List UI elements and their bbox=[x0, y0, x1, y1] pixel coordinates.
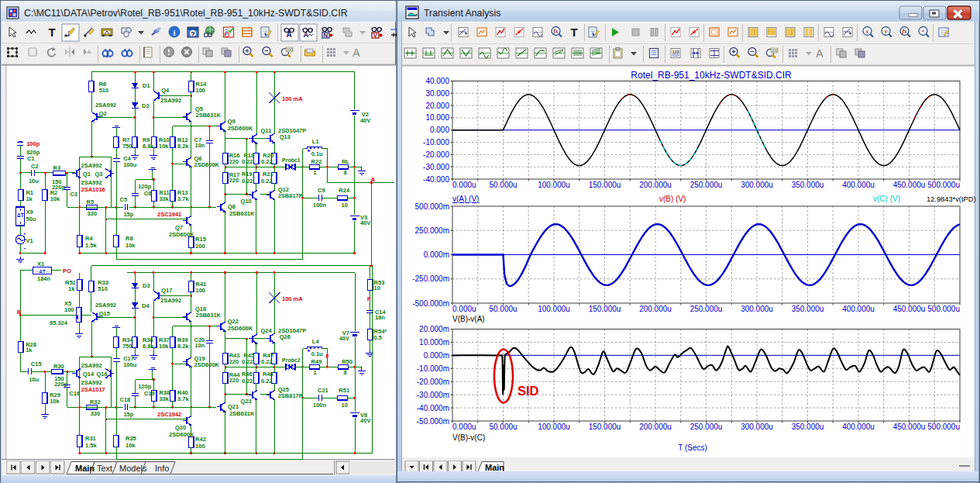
svg-text:R47: R47 bbox=[263, 352, 273, 359]
svg-text:T: T bbox=[48, 26, 55, 39]
svg-text:→ΔT→: →ΔT→ bbox=[35, 269, 50, 274]
svg-text:2SB817P: 2SB817P bbox=[278, 392, 303, 399]
svg-text:Q7: Q7 bbox=[175, 224, 183, 231]
svg-text:?: ? bbox=[191, 30, 195, 38]
svg-text:C5: C5 bbox=[120, 196, 128, 203]
svg-text:2SD600K: 2SD600K bbox=[169, 431, 194, 438]
svg-text:750: 750 bbox=[122, 343, 132, 350]
svg-text:100: 100 bbox=[64, 306, 74, 313]
svg-text:+: + bbox=[23, 231, 26, 236]
svg-text:Q23: Q23 bbox=[241, 398, 252, 405]
svg-text:8.2k: 8.2k bbox=[177, 143, 189, 150]
svg-text:R3: R3 bbox=[53, 164, 61, 171]
svg-text:10k: 10k bbox=[50, 195, 60, 202]
svg-text:T (Secs): T (Secs) bbox=[678, 443, 707, 452]
svg-text:C18: C18 bbox=[120, 396, 131, 403]
svg-text:Q24: Q24 bbox=[261, 327, 273, 334]
svg-text:Q13: Q13 bbox=[280, 133, 291, 140]
svg-text:8.2k: 8.2k bbox=[177, 343, 189, 350]
svg-text:123: 123 bbox=[672, 50, 679, 54]
svg-text:R51: R51 bbox=[339, 387, 349, 394]
svg-text:A: A bbox=[304, 30, 309, 39]
svg-text:R50: R50 bbox=[342, 358, 352, 365]
svg-text:33k: 33k bbox=[159, 395, 169, 402]
svg-text:D2: D2 bbox=[142, 102, 150, 109]
svg-text:Q26: Q26 bbox=[280, 333, 291, 340]
svg-text:Q10: Q10 bbox=[241, 198, 252, 205]
svg-text:50.000u: 50.000u bbox=[489, 305, 517, 313]
svg-text:A: A bbox=[816, 47, 824, 60]
svg-text:120p: 120p bbox=[138, 383, 152, 390]
svg-text:10.000: 10.000 bbox=[425, 113, 449, 122]
svg-text:C21: C21 bbox=[318, 387, 328, 394]
svg-text:2SD600K: 2SD600K bbox=[194, 161, 220, 168]
svg-text:250.000u: 250.000u bbox=[690, 305, 723, 313]
svg-text:400.000u: 400.000u bbox=[842, 423, 875, 431]
svg-text:v(C) (V): v(C) (V) bbox=[873, 195, 900, 203]
svg-text:i: i bbox=[173, 28, 175, 37]
svg-text:X9: X9 bbox=[26, 209, 33, 216]
svg-text:300.000u: 300.000u bbox=[741, 423, 773, 431]
svg-text:v(B) (V): v(B) (V) bbox=[659, 195, 686, 203]
svg-text:184n: 184n bbox=[37, 275, 51, 282]
svg-text:Q15: Q15 bbox=[99, 310, 110, 317]
svg-text:100: 100 bbox=[771, 48, 778, 53]
svg-text:20.000: 20.000 bbox=[425, 102, 449, 110]
svg-text:Text: Text bbox=[97, 464, 112, 473]
svg-text:F: F bbox=[326, 354, 330, 359]
svg-text:500.000u: 500.000u bbox=[927, 423, 960, 431]
svg-text:v(A) (V): v(A) (V) bbox=[452, 195, 479, 203]
svg-text:Probc2: Probc2 bbox=[282, 357, 301, 363]
svg-text:50u: 50u bbox=[26, 216, 36, 223]
svg-text:510: 510 bbox=[98, 285, 108, 292]
svg-text:150.000u: 150.000u bbox=[589, 423, 621, 431]
svg-text:2SA1017: 2SA1017 bbox=[81, 386, 105, 393]
svg-text:R18: R18 bbox=[243, 152, 254, 159]
svg-text:40.000: 40.000 bbox=[425, 77, 449, 85]
svg-text:C9: C9 bbox=[318, 187, 325, 194]
svg-text:-20.000: -20.000 bbox=[423, 150, 449, 159]
svg-text:150.000u: 150.000u bbox=[589, 181, 621, 189]
svg-text:350.000u: 350.000u bbox=[792, 305, 824, 313]
svg-text:18n: 18n bbox=[375, 314, 385, 321]
svg-text:100: 100 bbox=[286, 47, 293, 52]
svg-text:450.000u: 450.000u bbox=[893, 305, 926, 313]
svg-text:330: 330 bbox=[87, 210, 97, 217]
svg-text:10k: 10k bbox=[159, 143, 169, 150]
svg-text:Q22: Q22 bbox=[228, 318, 239, 325]
svg-text:150.000u: 150.000u bbox=[589, 305, 621, 313]
svg-text:A: A bbox=[286, 30, 291, 39]
svg-text:10k: 10k bbox=[126, 442, 136, 449]
svg-text:R15: R15 bbox=[195, 236, 206, 243]
svg-text:R42: R42 bbox=[195, 436, 206, 443]
svg-text:ΔT: ΔT bbox=[17, 212, 24, 218]
svg-text:R32: R32 bbox=[90, 398, 101, 405]
svg-text:10k: 10k bbox=[126, 242, 136, 249]
svg-text:y: y bbox=[884, 28, 888, 35]
svg-text:X1: X1 bbox=[37, 260, 44, 267]
svg-text:2SC1942: 2SC1942 bbox=[157, 411, 181, 418]
svg-text:2SD600K: 2SD600K bbox=[228, 125, 253, 132]
svg-text:40V: 40V bbox=[339, 335, 349, 342]
svg-text:C16: C16 bbox=[69, 390, 80, 397]
svg-text:R49: R49 bbox=[311, 358, 322, 365]
svg-text:100.000u: 100.000u bbox=[538, 305, 570, 313]
svg-text:100u: 100u bbox=[123, 161, 137, 168]
svg-text:100.000u: 100.000u bbox=[538, 181, 570, 189]
svg-text:F: F bbox=[367, 295, 371, 302]
svg-text:N: N bbox=[324, 32, 328, 39]
svg-text:8: 8 bbox=[344, 169, 347, 176]
svg-text:-: - bbox=[24, 244, 26, 251]
svg-text:Transient Analysis: Transient Analysis bbox=[424, 8, 500, 19]
svg-text:10.000m: 10.000m bbox=[419, 338, 449, 347]
svg-text:300.000u: 300.000u bbox=[741, 305, 773, 313]
svg-text:2SB631K: 2SB631K bbox=[196, 312, 222, 319]
svg-text:300.000u: 300.000u bbox=[741, 181, 773, 189]
svg-text:Models: Models bbox=[119, 464, 147, 473]
svg-text:40V: 40V bbox=[360, 117, 370, 124]
svg-text:450.000u: 450.000u bbox=[893, 423, 926, 431]
svg-text:250.000u: 250.000u bbox=[690, 181, 723, 189]
svg-text:=: = bbox=[921, 28, 925, 35]
svg-text:2SD600K: 2SD600K bbox=[194, 361, 220, 368]
svg-text:750: 750 bbox=[122, 143, 132, 150]
